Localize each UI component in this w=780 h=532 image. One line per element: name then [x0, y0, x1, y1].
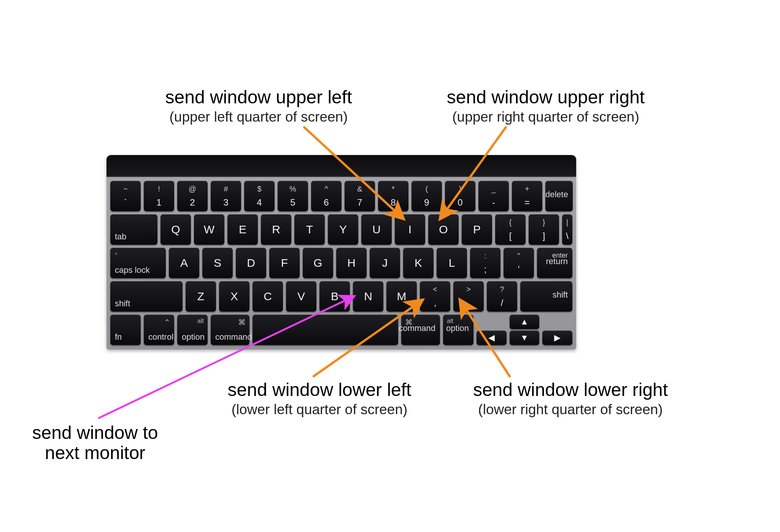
row-home: caps lock A S D F G H J K L :; "' enter … — [110, 248, 572, 278]
key-command-right[interactable]: ⌘command — [401, 315, 440, 345]
touch-bar — [106, 155, 576, 177]
row-numbers: ~` !1 @2 #3 $4 %5 ^6 &7 *8 (9 )0 _- += d… — [110, 181, 572, 211]
key-fn[interactable]: fn — [110, 315, 141, 345]
key-backtick[interactable]: ~` — [110, 181, 141, 211]
annotation-lower-left: send window lower left (lower left quart… — [198, 380, 441, 418]
annotation-upper-left: send window upper left (upper left quart… — [137, 87, 380, 125]
arrow-right-icon: ▶ — [554, 333, 561, 343]
command-icon: ⌘ — [238, 318, 246, 327]
key-arrow-right[interactable]: ▶ — [542, 331, 572, 345]
key-shift-right[interactable]: shift — [520, 281, 572, 312]
key-b[interactable]: B — [319, 281, 350, 312]
annotation-title: send window lower right — [441, 380, 700, 400]
alt-icon: alt — [197, 318, 204, 325]
key-v[interactable]: V — [286, 281, 316, 312]
key-a[interactable]: A — [169, 248, 199, 278]
annotation-title: send window upper right — [420, 87, 671, 108]
annotation-lower-right: send window lower right (lower right qua… — [441, 380, 700, 418]
key-d[interactable]: D — [236, 248, 266, 278]
row-zxcv: shift Z X C V B N M <, >. ?/ shift — [110, 281, 572, 312]
key-4[interactable]: $4 — [244, 181, 275, 211]
annotation-title: send window to next monitor — [11, 423, 179, 463]
key-s[interactable]: S — [202, 248, 233, 278]
row-modifiers: fn ⌃control altoption ⌘command ⌘command … — [110, 315, 572, 345]
key-option-right[interactable]: altoption — [443, 315, 473, 345]
key-command-left[interactable]: ⌘command — [211, 315, 249, 345]
key-7[interactable]: &7 — [345, 181, 375, 211]
key-minus[interactable]: _- — [478, 181, 509, 211]
annotation-title: send window lower left — [198, 380, 441, 400]
key-u[interactable]: U — [361, 214, 392, 245]
key-tab[interactable]: tab — [110, 214, 157, 245]
key-0[interactable]: )0 — [445, 181, 475, 211]
row-qwerty: tab Q W E R T Y U I O P {[ }] |\ — [110, 214, 572, 245]
key-quote[interactable]: "' — [504, 248, 534, 278]
key-arrow-down[interactable]: ▼ — [510, 331, 540, 345]
key-f[interactable]: F — [269, 248, 300, 278]
key-space[interactable] — [253, 315, 398, 345]
key-bracket-right[interactable]: }] — [529, 214, 559, 245]
key-r[interactable]: R — [261, 214, 291, 245]
key-slash[interactable]: ?/ — [487, 281, 517, 312]
arrow-left-icon: ◀ — [488, 333, 495, 343]
arrow-up-icon: ▲ — [520, 317, 529, 327]
annotation-title: send window upper left — [137, 87, 380, 108]
key-semicolon[interactable]: :; — [470, 248, 500, 278]
command-icon: ⌘ — [405, 318, 413, 327]
key-6[interactable]: ^6 — [311, 181, 342, 211]
key-z[interactable]: Z — [186, 281, 216, 312]
caps-indicator-icon — [115, 252, 118, 255]
key-i[interactable]: I — [395, 214, 425, 245]
key-5[interactable]: %5 — [278, 181, 308, 211]
key-period[interactable]: >. — [453, 281, 484, 312]
key-control[interactable]: ⌃control — [144, 315, 174, 345]
key-j[interactable]: J — [370, 248, 400, 278]
key-2[interactable]: @2 — [177, 181, 208, 211]
annotation-subtitle: (upper right quarter of screen) — [420, 109, 671, 125]
arrow-cluster: ▲ ◀ ▼ ▶ — [477, 315, 572, 345]
key-g[interactable]: G — [303, 248, 333, 278]
key-shift-left[interactable]: shift — [110, 281, 183, 312]
key-equals[interactable]: += — [512, 181, 542, 211]
key-w[interactable]: W — [194, 214, 224, 245]
key-arrow-left[interactable]: ◀ — [477, 331, 507, 345]
key-option-left[interactable]: altoption — [177, 315, 208, 345]
key-9[interactable]: (9 — [411, 181, 442, 211]
annotation-subtitle: (lower left quarter of screen) — [198, 402, 441, 418]
key-l[interactable]: L — [437, 248, 467, 278]
key-bracket-left[interactable]: {[ — [495, 214, 526, 245]
arrow-down-icon: ▼ — [520, 333, 529, 343]
key-m[interactable]: M — [386, 281, 417, 312]
key-backslash[interactable]: |\ — [562, 214, 572, 245]
key-delete[interactable]: delete — [545, 181, 573, 211]
key-p[interactable]: P — [462, 214, 492, 245]
key-arrow-up[interactable]: ▲ — [510, 315, 540, 329]
key-n[interactable]: N — [353, 281, 383, 312]
control-icon: ⌃ — [164, 318, 170, 327]
key-x[interactable]: X — [219, 281, 249, 312]
key-8[interactable]: *8 — [378, 181, 408, 211]
key-y[interactable]: Y — [328, 214, 358, 245]
key-k[interactable]: K — [403, 248, 434, 278]
key-1[interactable]: !1 — [144, 181, 174, 211]
key-c[interactable]: C — [253, 281, 283, 312]
annotation-subtitle: (upper left quarter of screen) — [137, 109, 380, 125]
keyboard: ~` !1 @2 #3 $4 %5 ^6 &7 *8 (9 )0 _- += d… — [106, 155, 576, 350]
alt-icon: alt — [447, 318, 453, 325]
annotation-upper-right: send window upper right (upper right qua… — [420, 87, 671, 125]
key-deck: ~` !1 @2 #3 $4 %5 ^6 &7 *8 (9 )0 _- += d… — [106, 177, 576, 350]
key-3[interactable]: #3 — [211, 181, 241, 211]
key-h[interactable]: H — [336, 248, 367, 278]
key-e[interactable]: E — [227, 214, 258, 245]
key-comma[interactable]: <, — [420, 281, 450, 312]
annotation-next-monitor: send window to next monitor — [11, 423, 179, 463]
annotation-subtitle: (lower right quarter of screen) — [441, 402, 700, 418]
key-q[interactable]: Q — [160, 214, 191, 245]
key-return[interactable]: enter return — [537, 248, 572, 278]
key-o[interactable]: O — [428, 214, 459, 245]
key-t[interactable]: T — [294, 214, 325, 245]
key-caps-lock[interactable]: caps lock — [110, 248, 166, 278]
